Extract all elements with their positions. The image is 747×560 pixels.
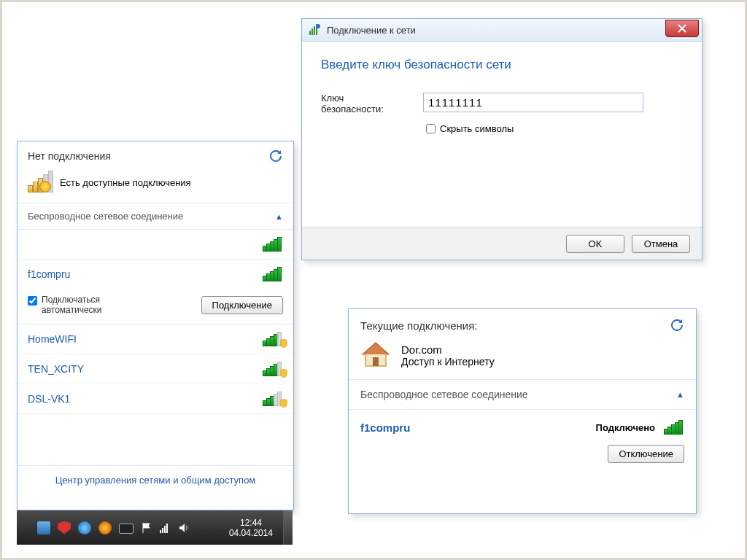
wifi-signal-icon [263,362,283,376]
refresh-icon[interactable] [268,149,283,163]
connected-network-name: f1compru [360,421,410,434]
shield-icon [280,369,287,378]
wifi-signal-icon [664,420,684,435]
home-network-icon [360,341,391,369]
tray-icon[interactable] [78,521,91,534]
wifi-signal-icon [263,267,283,281]
current-network-name: Dor.com [401,343,495,356]
tray-security-icon[interactable] [58,521,71,534]
svg-rect-3 [166,524,168,533]
wifi-signal-icon [263,332,283,346]
tray-volume-icon[interactable] [179,523,189,533]
disconnect-button[interactable]: Отключение [608,445,684,463]
svg-rect-5 [311,28,313,35]
no-connection-title: Нет подключения [28,150,111,162]
signal-available-icon [28,172,53,192]
current-connections-popup: Текущие подключения: Dor.com Доступ к Ин… [348,308,697,514]
network-connect-icon [308,23,321,36]
clock-date: 04.04.2014 [229,528,273,538]
svg-rect-0 [160,530,161,533]
close-icon [678,24,686,33]
ok-button[interactable]: OK [566,235,624,253]
dialog-heading: Введите ключ безопасности сети [321,58,683,72]
svg-rect-1 [162,528,163,533]
connect-button[interactable]: Подключение [201,296,283,314]
wireless-section-label: Беспроводное сетевое соединение [360,389,528,400]
network-item[interactable]: HomeWIFI [18,324,293,354]
network-name: TEN_XCITY [28,363,84,375]
network-item[interactable]: DSL-VK1 [18,384,293,414]
connected-status-label: Подключено [596,422,655,433]
svg-rect-6 [314,26,315,35]
network-name: DSL-VK1 [28,393,70,405]
network-name: f1compru [28,268,70,280]
taskbar-clock[interactable]: 12:44 04.04.2014 [229,518,273,538]
network-name: HomeWIFI [28,333,77,345]
security-key-input[interactable] [423,93,643,112]
wifi-signal-icon [263,237,283,252]
hide-chars-checkbox[interactable]: Скрыть символы [423,122,683,136]
tray-network-icon[interactable] [160,523,171,533]
connected-network-row[interactable]: f1compru Подключено [349,410,696,439]
tray-power-icon[interactable] [119,524,133,534]
chevron-up-icon: ▲ [275,212,283,221]
tray-action-center-icon[interactable] [141,522,152,534]
network-item[interactable]: TEN_XCITY [18,354,293,384]
close-button[interactable] [665,20,699,37]
dialog-titlebar[interactable]: Подключение к сети [302,19,702,42]
wireless-section-header[interactable]: Беспроводное сетевое соединение ▲ [18,203,293,230]
tray-icon[interactable] [37,521,50,534]
auto-connect-label: Подключаться автоматически [42,295,158,315]
show-desktop-button[interactable] [283,510,293,545]
network-item-selected[interactable]: f1compru [18,260,293,289]
wifi-signal-icon [263,392,283,406]
svg-rect-4 [309,31,311,35]
shield-icon [280,399,287,408]
network-center-link[interactable]: Центр управления сетями и общим доступом [18,466,293,494]
hide-chars-label: Скрыть символы [440,123,514,134]
wireless-section-label: Беспроводное сетевое соединение [28,211,183,222]
network-list-popup: Нет подключения Есть доступные подключен… [17,141,294,510]
current-connections-title: Текущие подключения: [360,319,478,332]
cancel-button[interactable]: Отмена [632,235,690,253]
refresh-icon[interactable] [670,318,684,332]
svg-point-8 [316,24,320,28]
network-item[interactable] [18,230,293,260]
wireless-section-header[interactable]: Беспроводное сетевое соединение ▲ [349,380,696,410]
available-connections-label: Есть доступные подключения [60,177,191,188]
shield-icon [280,339,287,348]
svg-rect-9 [373,357,379,366]
taskbar: 12:44 04.04.2014 [17,510,293,545]
tray-icon[interactable] [98,521,112,534]
key-label: Ключ безопасности: [321,93,423,114]
connect-dialog: Подключение к сети Введите ключ безопасн… [301,18,703,260]
clock-time: 12:44 [229,518,273,528]
auto-connect-checkbox[interactable]: Подключаться автоматически [28,295,158,315]
svg-rect-2 [164,526,166,533]
internet-access-label: Доступ к Интернету [401,356,495,368]
chevron-up-icon: ▲ [676,390,684,399]
dialog-title: Подключение к сети [327,25,416,36]
